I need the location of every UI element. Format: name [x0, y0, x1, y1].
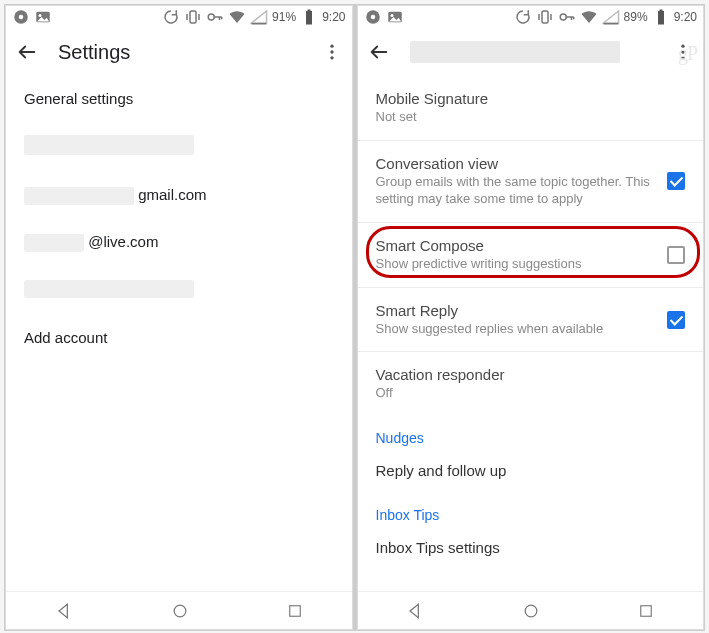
svg-point-18: [560, 14, 566, 20]
battery-icon: [652, 8, 670, 26]
signal-icon: [602, 8, 620, 26]
clock-text: 9:20: [674, 10, 697, 24]
circle-icon: [364, 8, 382, 26]
general-settings-label: General settings: [24, 90, 133, 107]
checkbox-checked-icon[interactable]: [667, 311, 685, 329]
svg-point-5: [208, 14, 214, 20]
overflow-menu-icon[interactable]: [673, 42, 693, 62]
image-icon: [34, 8, 52, 26]
account-row-live[interactable]: @live.com: [6, 219, 352, 266]
nudges-reply-follow-up[interactable]: Reply and follow up: [358, 452, 704, 493]
svg-rect-6: [306, 11, 312, 25]
svg-rect-7: [308, 10, 311, 12]
checkbox-checked-icon[interactable]: [667, 172, 685, 190]
svg-point-1: [19, 15, 24, 20]
inbox-tips-settings[interactable]: Inbox Tips settings: [358, 529, 704, 562]
setting-subtitle: Show predictive writing suggestions: [376, 256, 656, 273]
android-nav-bar: [6, 591, 352, 629]
circle-icon: [12, 8, 30, 26]
setting-vacation-responder[interactable]: Vacation responder Off: [358, 352, 704, 416]
battery-text: 91%: [272, 10, 296, 24]
setting-title: Smart Reply: [376, 302, 656, 319]
setting-conversation-view[interactable]: Conversation view Group emails with the …: [358, 141, 704, 223]
svg-rect-20: [659, 10, 662, 12]
wifi-icon: [228, 8, 246, 26]
setting-smart-compose[interactable]: Smart Compose Show predictive writing su…: [358, 223, 704, 288]
nav-recent-icon[interactable]: [286, 602, 304, 620]
setting-subtitle: Show suggested replies when available: [376, 321, 656, 338]
setting-subtitle: Not set: [376, 109, 686, 126]
setting-mobile-signature[interactable]: Mobile Signature Not set: [358, 76, 704, 141]
settings-list: Mobile Signature Not set Conversation vi…: [358, 76, 704, 591]
nav-home-icon[interactable]: [521, 601, 541, 621]
account-suffix-label: @live.com: [88, 233, 158, 250]
svg-rect-4: [190, 11, 196, 23]
setting-title: Smart Compose: [376, 237, 656, 254]
back-icon[interactable]: [368, 41, 390, 63]
vibrate-icon: [536, 8, 554, 26]
redacted-text: [24, 135, 194, 155]
section-nudges-label: Nudges: [358, 416, 704, 452]
wifi-icon: [580, 8, 598, 26]
row-label: Inbox Tips settings: [376, 539, 500, 556]
signal-icon: [250, 8, 268, 26]
svg-point-16: [390, 14, 393, 17]
setting-smart-reply[interactable]: Smart Reply Show suggested replies when …: [358, 288, 704, 353]
redacted-text: [24, 280, 194, 298]
battery-icon: [300, 8, 318, 26]
app-bar: [358, 28, 704, 76]
app-bar: Settings: [6, 28, 352, 76]
screenshot-pair: 91% 9:20 Settings General settings gmail…: [4, 4, 705, 631]
nav-home-icon[interactable]: [170, 601, 190, 621]
general-settings-row[interactable]: General settings: [6, 76, 352, 121]
checkbox-unchecked-icon[interactable]: [667, 246, 685, 264]
redacted-text: [24, 187, 134, 205]
svg-rect-17: [542, 11, 548, 23]
image-icon: [386, 8, 404, 26]
add-account-label: Add account: [24, 329, 107, 346]
redacted-text: [24, 234, 84, 252]
overflow-menu-icon[interactable]: [322, 42, 342, 62]
status-bar: 91% 9:20: [6, 6, 352, 28]
phone-left: 91% 9:20 Settings General settings gmail…: [5, 5, 353, 630]
svg-point-14: [370, 15, 375, 20]
svg-rect-19: [658, 11, 664, 25]
setting-title: Mobile Signature: [376, 90, 686, 107]
svg-point-3: [39, 14, 42, 17]
sync-icon: [162, 8, 180, 26]
vibrate-icon: [184, 8, 202, 26]
add-account-row[interactable]: Add account: [6, 315, 352, 360]
battery-text: 89%: [624, 10, 648, 24]
android-nav-bar: [358, 591, 704, 629]
redacted-title: [410, 41, 620, 63]
setting-subtitle: Off: [376, 385, 686, 402]
section-inbox-tips-label: Inbox Tips: [358, 493, 704, 529]
account-row-redacted-2[interactable]: [6, 266, 352, 315]
back-icon[interactable]: [16, 41, 38, 63]
svg-point-23: [681, 56, 684, 59]
svg-point-8: [330, 45, 333, 48]
row-label: Reply and follow up: [376, 462, 507, 479]
setting-title: Conversation view: [376, 155, 656, 172]
settings-list: General settings gmail.com @live.com Add…: [6, 76, 352, 591]
key-icon: [558, 8, 576, 26]
setting-title: Vacation responder: [376, 366, 686, 383]
nav-back-icon[interactable]: [54, 601, 74, 621]
svg-rect-12: [289, 605, 300, 616]
phone-right: 89% 9:20 gP Mobile Signature Not set Con…: [357, 5, 705, 630]
nav-back-icon[interactable]: [405, 601, 425, 621]
setting-subtitle: Group emails with the same topic togethe…: [376, 174, 656, 208]
account-row-gmail[interactable]: gmail.com: [6, 172, 352, 219]
account-suffix-label: gmail.com: [138, 186, 206, 203]
svg-point-10: [330, 56, 333, 59]
page-title: Settings: [58, 41, 302, 64]
svg-point-21: [681, 45, 684, 48]
nav-recent-icon[interactable]: [637, 602, 655, 620]
sync-icon: [514, 8, 532, 26]
svg-point-22: [681, 50, 684, 53]
clock-text: 9:20: [322, 10, 345, 24]
svg-point-11: [174, 605, 186, 617]
key-icon: [206, 8, 224, 26]
account-row-redacted-1[interactable]: [6, 121, 352, 172]
svg-rect-25: [641, 605, 652, 616]
